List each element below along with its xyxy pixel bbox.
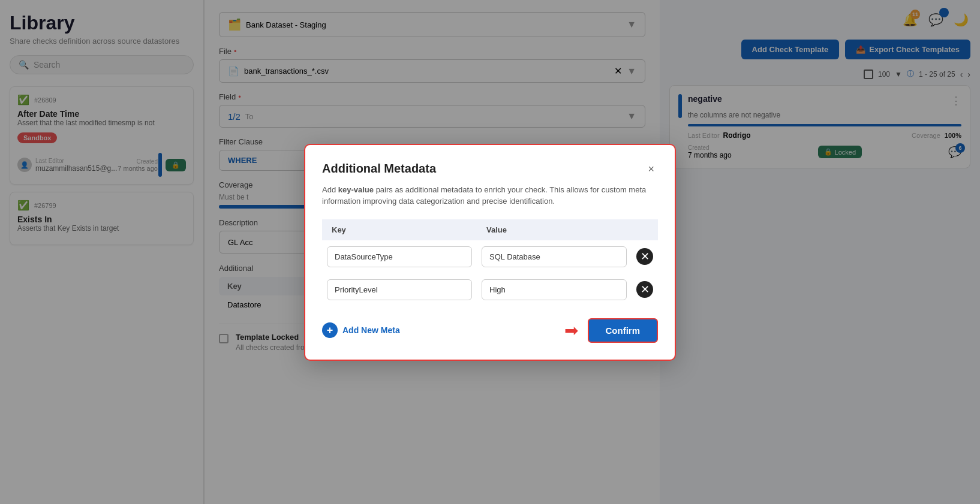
modal-header: Additional Metadata × bbox=[322, 162, 658, 177]
modal-footer: + Add New Meta ➡ Confirm bbox=[322, 318, 658, 343]
additional-metadata-modal: Additional Metadata × Add key-value pair… bbox=[304, 144, 676, 361]
meta-value-input-2[interactable] bbox=[482, 279, 627, 300]
confirm-area: ➡ Confirm bbox=[564, 318, 659, 343]
confirm-button[interactable]: Confirm bbox=[588, 318, 659, 343]
modal-close-button[interactable]: × bbox=[644, 162, 658, 177]
add-meta-label: Add New Meta bbox=[342, 325, 400, 335]
add-new-meta-button[interactable]: + Add New Meta bbox=[322, 322, 400, 338]
modal-desc-pre: Add bbox=[322, 185, 338, 194]
main-layout: Library Share checks definition across s… bbox=[0, 0, 980, 504]
meta-row-2: ✕ bbox=[322, 273, 658, 306]
meta-key-input-1[interactable] bbox=[327, 246, 472, 267]
meta-value-input-1[interactable] bbox=[482, 246, 627, 267]
modal-desc-key: key-value bbox=[338, 185, 374, 194]
col-value-header: Value bbox=[477, 219, 632, 240]
modal-title: Additional Metadata bbox=[322, 162, 436, 176]
meta-key-input-2[interactable] bbox=[327, 279, 472, 300]
modal-description: Add key-value pairs as additional metada… bbox=[322, 184, 658, 207]
meta-table: Key Value ✕ bbox=[322, 219, 658, 306]
col-key-header: Key bbox=[322, 219, 477, 240]
modal-overlay: Additional Metadata × Add key-value pair… bbox=[0, 0, 980, 504]
arrow-icon: ➡ bbox=[564, 321, 578, 340]
remove-row-2-button[interactable]: ✕ bbox=[636, 281, 653, 298]
meta-row-1: ✕ bbox=[322, 240, 658, 273]
add-meta-plus-icon: + bbox=[322, 322, 338, 338]
remove-row-1-button[interactable]: ✕ bbox=[636, 248, 653, 265]
